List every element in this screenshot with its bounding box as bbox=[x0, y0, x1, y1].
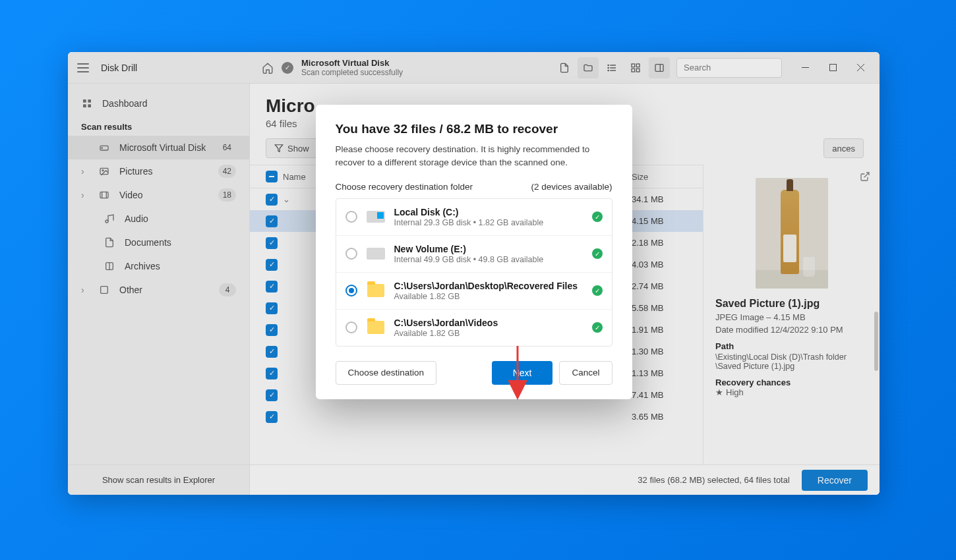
available-icon: ✓ bbox=[592, 248, 603, 259]
destination-meta: Available 1.82 GB bbox=[394, 292, 583, 301]
destination-name: Local Disk (C:) bbox=[394, 207, 583, 217]
destination-icon bbox=[367, 283, 385, 298]
destination-meta: Internal 49.9 GB disk • 49.8 GB availabl… bbox=[394, 255, 583, 264]
cancel-button[interactable]: Cancel bbox=[559, 361, 612, 385]
modal-title: You have 32 files / 68.2 MB to recover bbox=[336, 122, 612, 136]
destination-icon bbox=[367, 246, 385, 261]
destination-meta: Available 1.82 GB bbox=[394, 329, 583, 338]
next-button[interactable]: Next bbox=[492, 361, 553, 385]
available-icon: ✓ bbox=[592, 322, 603, 333]
available-icon: ✓ bbox=[592, 285, 603, 296]
recovery-modal: You have 32 files / 68.2 MB to recover P… bbox=[316, 105, 632, 399]
choose-destination-label: Choose recovery destination folder bbox=[336, 182, 473, 192]
modal-backdrop: You have 32 files / 68.2 MB to recover P… bbox=[68, 52, 880, 495]
destination-name: C:\Users\Jordan\Videos bbox=[394, 318, 583, 328]
destination-option[interactable]: Local Disk (C:)Internal 29.3 GB disk • 1… bbox=[336, 199, 612, 235]
available-icon: ✓ bbox=[592, 211, 603, 222]
destination-icon bbox=[367, 210, 385, 224]
destination-name: New Volume (E:) bbox=[394, 244, 583, 254]
destination-option[interactable]: New Volume (E:)Internal 49.9 GB disk • 4… bbox=[336, 235, 612, 272]
destination-option[interactable]: C:\Users\Jordan\VideosAvailable 1.82 GB✓ bbox=[336, 309, 612, 346]
destination-option[interactable]: C:\Users\Jordan\Desktop\Recovered FilesA… bbox=[336, 272, 612, 309]
destination-list: Local Disk (C:)Internal 29.3 GB disk • 1… bbox=[336, 198, 612, 347]
destination-icon bbox=[367, 320, 385, 335]
radio-button[interactable] bbox=[345, 322, 357, 333]
app-window: Disk Drill ✓ Microsoft Virtual Disk Scan… bbox=[68, 52, 880, 495]
devices-available-label: (2 devices available) bbox=[531, 182, 612, 192]
radio-button[interactable] bbox=[345, 248, 357, 260]
choose-destination-button[interactable]: Choose destination bbox=[336, 361, 437, 385]
modal-description: Please choose recovery destination. It i… bbox=[336, 143, 612, 170]
destination-meta: Internal 29.3 GB disk • 1.82 GB availabl… bbox=[394, 218, 583, 227]
destination-name: C:\Users\Jordan\Desktop\Recovered Files bbox=[394, 281, 583, 291]
radio-button[interactable] bbox=[345, 211, 357, 223]
radio-button[interactable] bbox=[345, 285, 357, 296]
